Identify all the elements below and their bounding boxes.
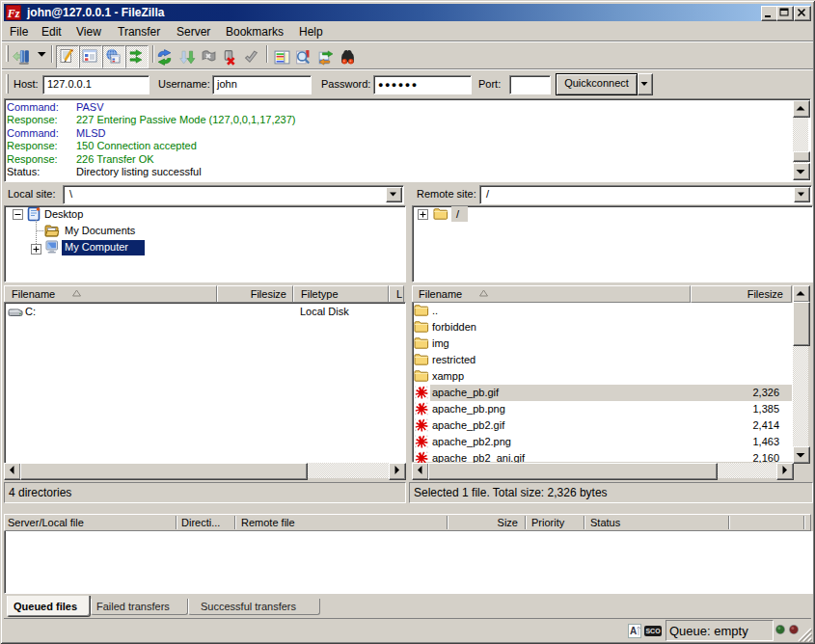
svg-text:SCO: SCO <box>645 628 661 634</box>
svg-text:Fz: Fz <box>7 7 20 20</box>
svg-text:A: A <box>630 626 637 636</box>
